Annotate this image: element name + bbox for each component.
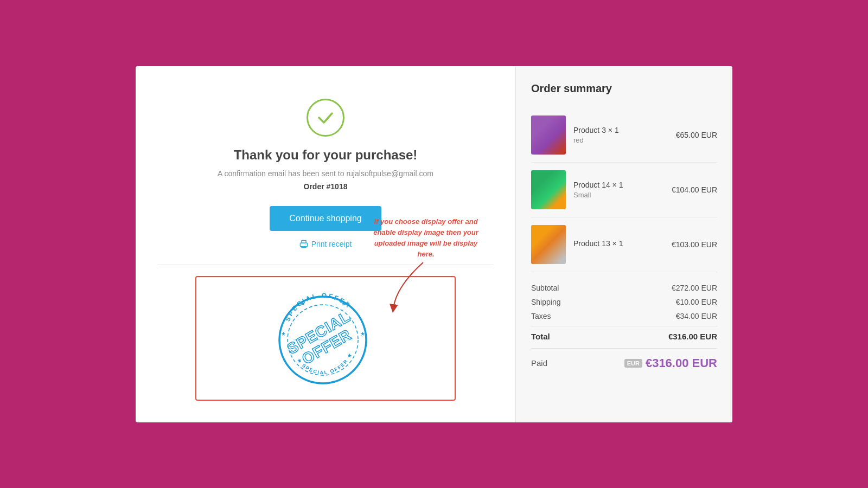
continue-shopping-button[interactable]: Continue shopping [270,206,381,231]
item-image-2 [531,170,566,209]
item-details-1: Product 3 × 1 red [573,126,668,144]
print-receipt-label: Print receipt [311,240,352,248]
item-price-1: €65.00 EUR [676,131,717,139]
totals-section: Subtotal €272.00 EUR Shipping €10.00 EUR… [531,272,717,373]
subtotal-label: Subtotal [531,284,559,292]
item-name-1: Product 3 × 1 [573,126,668,134]
paid-amount: EUR €316.00 EUR [624,356,717,370]
item-details-2: Product 14 × 1 Small [573,181,664,199]
total-label: Total [531,332,550,341]
total-row: Total €316.00 EUR [531,326,717,344]
item-price-2: €104.00 EUR [672,185,717,194]
taxes-value: €34.00 EUR [676,312,717,320]
subtotal-row: Subtotal €272.00 EUR [531,281,717,295]
shipping-row: Shipping €10.00 EUR [531,295,717,309]
printer-icon [299,240,308,248]
shipping-value: €10.00 EUR [676,298,717,306]
item-image-1 [531,115,566,155]
svg-text:★: ★ [360,331,365,337]
main-container: Thank you for your purchase! A confirmat… [136,66,732,422]
checkmark-svg [316,108,335,127]
left-panel: Thank you for your purchase! A confirmat… [136,66,515,422]
eur-badge: EUR [624,359,642,368]
paid-label: Paid [531,358,547,368]
item-name-2: Product 14 × 1 [573,181,664,189]
taxes-label: Taxes [531,312,551,320]
item-variant-2: Small [573,191,664,199]
order-item-1: Product 3 × 1 red €65.00 EUR [531,108,717,163]
item-price-3: €103.00 EUR [672,240,717,249]
order-items-list: Product 3 × 1 red €65.00 EUR Product 14 … [531,108,717,272]
annotation-arrow [385,260,429,314]
annotation-container: If you choose display offer and enable d… [369,216,483,314]
thank-you-title: Thank you for your purchase! [234,147,418,163]
shipping-label: Shipping [531,298,561,306]
item-name-3: Product 13 × 1 [573,239,664,248]
print-receipt-link[interactable]: Print receipt [299,240,352,248]
item-variant-1: red [573,136,668,144]
paid-value: €316.00 EUR [646,356,717,370]
svg-point-1 [305,244,306,245]
confirmation-text: A confirmation email has been sent to ru… [218,169,433,178]
item-image-3 [531,225,566,264]
success-icon [307,99,344,137]
svg-text:★: ★ [281,331,286,337]
svg-rect-0 [300,243,307,247]
special-offer-stamp: ★ ★ ★ ★ SPECIAL OFFER ★ SPECIAL OFFER ★ [266,281,385,395]
left-content-wrapper: Thank you for your purchase! A confirmat… [157,99,494,401]
order-item-2: Product 14 × 1 Small €104.00 EUR [531,163,717,217]
total-value: €316.00 EUR [668,332,717,341]
offer-section: ★ ★ ★ ★ SPECIAL OFFER ★ SPECIAL OFFER ★ [157,276,494,401]
right-panel: Order summary Product 3 × 1 red €65.00 E… [515,66,732,422]
order-item-3: Product 13 × 1 €103.00 EUR [531,217,717,272]
subtotal-value: €272.00 EUR [672,284,717,292]
paid-row: Paid EUR €316.00 EUR [531,348,717,373]
order-summary-title: Order summary [531,82,717,95]
taxes-row: Taxes €34.00 EUR [531,309,717,323]
item-details-3: Product 13 × 1 [573,239,664,249]
annotation-note: If you choose display offer and enable d… [369,216,483,260]
order-number: Order #1018 [304,182,348,191]
